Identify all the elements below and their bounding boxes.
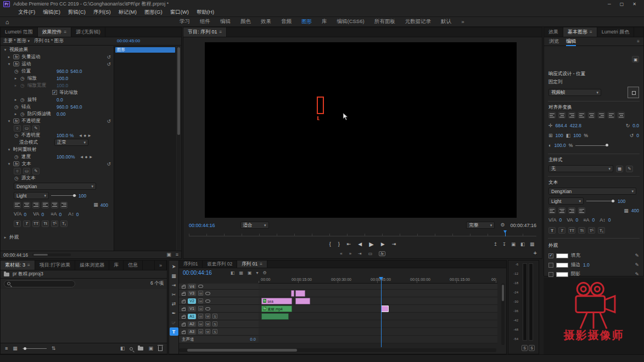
step-forward-button[interactable]: ▶: [381, 241, 385, 247]
justify-center-icon[interactable]: [51, 202, 58, 208]
subscript-button[interactable]: T₁: [60, 220, 68, 227]
rect-mask-icon[interactable]: ▭: [23, 125, 30, 132]
new-layer-icon[interactable]: ▣: [632, 56, 639, 63]
track-lane-v4[interactable]: [259, 284, 497, 290]
search-box[interactable]: [4, 280, 75, 287]
align-bottom-icon[interactable]: [598, 112, 605, 118]
menu-clip[interactable]: 剪辑(C): [64, 9, 89, 16]
disclosure-icon[interactable]: ▾: [7, 62, 11, 66]
opacity-icon[interactable]: ◐: [548, 143, 551, 148]
playback-resolution-select[interactable]: 完整▾: [466, 222, 495, 229]
maximize-button[interactable]: ▢: [620, 2, 624, 7]
workspace-tab-libraries[interactable]: 库: [317, 18, 332, 25]
menu-markers[interactable]: 标记(M): [115, 9, 141, 16]
scrollbar-thumb[interactable]: [177, 47, 180, 135]
font-style-select[interactable]: Light▾: [14, 192, 49, 199]
align-right-icon[interactable]: [568, 207, 575, 214]
disclosure-icon[interactable]: ▸: [14, 76, 18, 81]
superscript-button[interactable]: T¹: [51, 220, 58, 227]
scrollbar-thumb[interactable]: [187, 349, 297, 352]
tab-effects[interactable]: 效果: [544, 27, 563, 37]
menu-edit[interactable]: 编辑(E): [39, 9, 64, 16]
mute-button[interactable]: M: [205, 314, 210, 319]
stroke-checkbox[interactable]: [548, 263, 553, 268]
small-caps-button[interactable]: Tt: [42, 220, 49, 227]
clip-sea[interactable]: fxsea: [261, 298, 292, 304]
track-badge[interactable]: V3: [188, 291, 196, 296]
disclosure-icon[interactable]: ▸: [14, 98, 18, 102]
sequence-clip-breadcrumb[interactable]: 序列 01 * 图形: [34, 38, 64, 44]
distribute-v-icon[interactable]: [618, 112, 625, 118]
go-to-in-button[interactable]: ⇤: [347, 241, 351, 247]
eg-position-x[interactable]: 684.4: [556, 123, 567, 128]
track-badge[interactable]: A2: [188, 321, 196, 327]
reset-icon[interactable]: ↺: [107, 61, 111, 67]
find-icon[interactable]: [130, 347, 133, 350]
tracking-value[interactable]: 400: [100, 202, 108, 208]
export-frame-button[interactable]: ▣: [511, 241, 516, 247]
anchor-x-value[interactable]: 960.0: [57, 104, 68, 110]
home-icon[interactable]: ⌂: [0, 19, 14, 25]
solo-button[interactable]: S: [212, 329, 217, 334]
solo-button[interactable]: S: [212, 314, 217, 319]
eg-font-family-select[interactable]: DengXian▾: [548, 188, 636, 195]
reset-icon[interactable]: ↺: [107, 54, 111, 60]
track-lane-a1[interactable]: [259, 313, 497, 320]
clip-graphic-v3[interactable]: [295, 290, 305, 297]
timeline-horizontal-scrollbar[interactable]: [179, 348, 496, 352]
tab-lumetri-scopes[interactable]: Lumetri 范围: [1, 27, 38, 37]
stopwatch-icon[interactable]: ◷: [14, 69, 19, 74]
tab-sequence-01[interactable]: 序列 01≡: [237, 261, 267, 268]
tab-project[interactable]: 项目:打字效果: [35, 261, 76, 270]
ellipse-mask-icon[interactable]: ○: [14, 125, 21, 132]
stopwatch-icon[interactable]: ◷: [20, 97, 25, 103]
font-size-slider[interactable]: [51, 195, 76, 196]
track-badge[interactable]: V2: [188, 298, 196, 304]
font-size-value[interactable]: 100: [79, 193, 86, 199]
align-center-h-icon[interactable]: [558, 112, 565, 118]
scale-icon[interactable]: ◧: [566, 133, 571, 138]
disclosure-icon[interactable]: ▾: [3, 48, 7, 52]
kerning-value[interactable]: 0: [24, 212, 27, 217]
lock-icon[interactable]: [182, 324, 186, 326]
trash-icon[interactable]: [158, 346, 163, 351]
ec-footer-icon[interactable]: ▣: [166, 252, 171, 257]
hand-tool[interactable]: ☞: [170, 318, 178, 326]
workspace-tab-graphics[interactable]: 图形: [296, 18, 317, 25]
shadow-color-swatch[interactable]: [556, 272, 568, 277]
sort-icon[interactable]: ⇅: [52, 346, 56, 351]
lift-button[interactable]: ↥: [494, 241, 497, 247]
track-lane-master[interactable]: [259, 336, 497, 343]
disclosure-icon[interactable]: ▸: [7, 55, 11, 59]
master-track-value[interactable]: 0.0: [250, 337, 256, 342]
shadow-checkbox[interactable]: [548, 272, 553, 277]
subtab-edit[interactable]: 编辑: [566, 37, 576, 46]
panel-menu-icon[interactable]: ≡: [64, 30, 67, 35]
disclosure-icon[interactable]: ▸: [3, 235, 7, 240]
stroke-eyedropper-icon[interactable]: ✎: [635, 263, 639, 268]
all-caps-button[interactable]: TT: [32, 220, 40, 227]
sync-lock-icon[interactable]: ⊟: [198, 329, 203, 334]
align-top-icon[interactable]: [578, 112, 585, 118]
thumbnail-zoom-slider[interactable]: [23, 348, 47, 349]
disclosure-icon[interactable]: ▸: [14, 112, 18, 116]
timeline-wrench-icon[interactable]: ⚙: [263, 270, 267, 275]
all-caps-button[interactable]: TT: [568, 227, 575, 234]
pen-mask-icon[interactable]: ✎: [32, 168, 40, 174]
effect-opacity[interactable]: ▾ fx 不透明度 ↺: [1, 117, 114, 125]
align-right-icon[interactable]: [32, 202, 40, 208]
play-button[interactable]: ▶: [369, 241, 373, 248]
program-scrubber[interactable]: [189, 230, 536, 236]
justify-icon[interactable]: [578, 207, 585, 214]
eg-rotation[interactable]: 0.0: [632, 123, 639, 128]
insert-overwrite-icon[interactable]: ◧: [231, 270, 235, 275]
track-badge[interactable]: A1: [188, 314, 196, 319]
faux-bold-button[interactable]: T: [14, 220, 21, 227]
search-input[interactable]: [13, 281, 68, 286]
solo-button[interactable]: S: [212, 321, 217, 326]
ec-mini-timeline[interactable]: 图形: [114, 46, 176, 251]
baseline-value[interactable]: 0: [608, 217, 611, 223]
leading-value[interactable]: 0: [59, 212, 62, 217]
reset-icon[interactable]: ↺: [107, 118, 111, 124]
align-right-icon[interactable]: [568, 112, 575, 118]
